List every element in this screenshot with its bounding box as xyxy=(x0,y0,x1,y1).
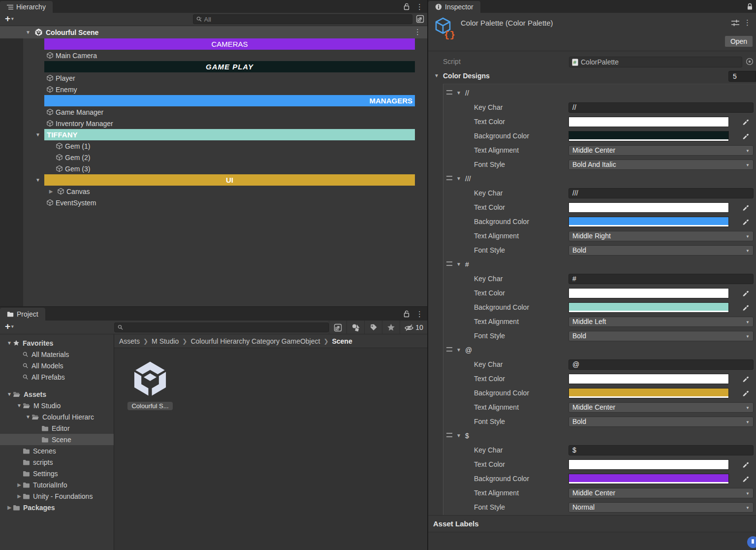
shapes-filter-icon[interactable] xyxy=(346,321,364,334)
foldout-open-icon[interactable]: ▼ xyxy=(34,132,41,137)
lock-open-icon[interactable] xyxy=(404,3,410,10)
design-element-header[interactable]: ▼# xyxy=(443,258,756,272)
kebab-icon[interactable]: ⋮ xyxy=(415,310,424,318)
drag-handle-icon[interactable] xyxy=(446,433,452,437)
breadcrumb-item[interactable]: Assets xyxy=(119,337,140,345)
drag-handle-icon[interactable] xyxy=(446,90,452,95)
foldout-closed-icon[interactable]: ▶ xyxy=(16,482,23,487)
foldout-closed-icon[interactable]: ▶ xyxy=(16,493,23,499)
hierarchy-category-bar[interactable]: ▼UI xyxy=(0,174,427,186)
foldout-open-icon[interactable]: ▼ xyxy=(25,414,32,420)
notification-dot[interactable] xyxy=(747,536,756,548)
tab-inspector[interactable]: Inspector xyxy=(428,1,480,13)
eyedropper-button[interactable] xyxy=(740,474,752,484)
project-tree-item-m-studio[interactable]: ▼M Studio xyxy=(0,400,114,411)
text-color-swatch[interactable] xyxy=(568,374,729,384)
color-designs-header[interactable]: ▼ Color Designs 5 xyxy=(428,70,756,83)
project-tree-item-all-materials[interactable]: All Materials xyxy=(0,349,114,360)
text-alignment-dropdown[interactable]: Middle Center▼ xyxy=(568,488,754,498)
breadcrumb-item[interactable]: Colourful Hierarchy Category GameObject xyxy=(190,337,320,345)
text-color-swatch[interactable] xyxy=(568,288,729,298)
presets-icon[interactable] xyxy=(731,19,739,28)
project-tree-item-assets[interactable]: ▼Assets xyxy=(0,388,114,400)
foldout-open-icon[interactable]: ▼ xyxy=(25,30,32,35)
project-tree-item-tutorialinfo[interactable]: ▶TutorialInfo xyxy=(0,479,114,490)
text-color-swatch[interactable] xyxy=(568,202,729,213)
design-element-header[interactable]: ▼/// xyxy=(443,172,756,186)
lock-open-icon[interactable] xyxy=(404,310,410,318)
font-style-dropdown[interactable]: Bold▼ xyxy=(568,245,754,256)
tag-icon[interactable] xyxy=(364,321,382,334)
kebab-icon[interactable]: ⋮ xyxy=(415,3,424,10)
star-icon[interactable] xyxy=(382,321,400,334)
foldout-open-icon[interactable]: ▼ xyxy=(455,176,462,181)
eyedropper-button[interactable] xyxy=(740,202,752,213)
script-object-field[interactable]: # ColorPalette xyxy=(569,57,742,67)
eyedropper-button[interactable] xyxy=(740,374,752,384)
open-window-icon[interactable] xyxy=(416,15,424,23)
open-window-icon[interactable] xyxy=(329,321,346,334)
background-color-swatch[interactable] xyxy=(568,388,729,398)
foldout-open-icon[interactable]: ▼ xyxy=(455,90,462,96)
key-char-field[interactable]: // xyxy=(568,102,754,113)
eyedropper-button[interactable] xyxy=(740,217,752,227)
foldout-open-icon[interactable]: ▼ xyxy=(433,73,440,78)
hierarchy-item[interactable]: Inventory Manager xyxy=(0,118,427,129)
lock-closed-icon[interactable] xyxy=(747,3,753,10)
hierarchy-search-field[interactable] xyxy=(204,16,409,23)
project-tree-item-all-prefabs[interactable]: All Prefabs xyxy=(0,371,114,383)
array-size-field[interactable]: 5 xyxy=(728,71,756,82)
project-tree-item-favorites[interactable]: ▼Favorites xyxy=(0,337,114,349)
text-color-swatch[interactable] xyxy=(568,117,729,127)
project-tree-item-scene[interactable]: Scene xyxy=(0,434,114,445)
foldout-closed-icon[interactable]: ▶ xyxy=(6,505,13,510)
eyedropper-button[interactable] xyxy=(740,288,752,298)
project-search-field[interactable] xyxy=(126,324,325,331)
hierarchy-category-bar[interactable]: CAMERAS xyxy=(0,38,427,50)
key-char-field[interactable]: /// xyxy=(568,188,754,198)
project-tree-item-editor[interactable]: Editor xyxy=(0,422,114,434)
eyedropper-button[interactable] xyxy=(740,131,752,141)
object-picker-icon[interactable] xyxy=(746,58,754,67)
hierarchy-category-bar[interactable]: MANAGERS xyxy=(0,95,427,106)
tab-project[interactable]: Project xyxy=(0,308,45,321)
text-alignment-dropdown[interactable]: Middle Center▼ xyxy=(568,145,754,156)
project-tree-item-all-models[interactable]: All Models xyxy=(0,360,114,371)
foldout-closed-icon[interactable]: ▶ xyxy=(47,189,55,194)
font-style-dropdown[interactable]: Bold▼ xyxy=(568,331,754,341)
background-color-swatch[interactable] xyxy=(568,302,729,313)
hierarchy-category-bar[interactable]: GAME PLAY xyxy=(0,61,427,72)
project-search-input[interactable] xyxy=(114,323,329,332)
key-char-field[interactable]: @ xyxy=(568,359,754,370)
font-style-dropdown[interactable]: Normal▼ xyxy=(568,502,754,513)
asset-thumbnail-label[interactable]: Colourful S... xyxy=(127,402,172,410)
foldout-open-icon[interactable]: ▼ xyxy=(455,261,462,267)
eyedropper-button[interactable] xyxy=(740,459,752,470)
foldout-open-icon[interactable]: ▼ xyxy=(6,391,13,397)
text-alignment-dropdown[interactable]: Middle Left▼ xyxy=(568,317,754,327)
hierarchy-item[interactable]: Gem (2) xyxy=(0,152,427,163)
drag-handle-icon[interactable] xyxy=(446,261,452,266)
foldout-open-icon[interactable]: ▼ xyxy=(455,433,462,438)
add-asset-button[interactable]: +▾ xyxy=(5,321,14,332)
background-color-swatch[interactable] xyxy=(568,474,729,484)
design-element-header[interactable]: ▼// xyxy=(443,86,756,100)
project-tree-item-scenes[interactable]: Scenes xyxy=(0,445,114,456)
drag-handle-icon[interactable] xyxy=(446,176,452,180)
hierarchy-item[interactable]: Gem (1) xyxy=(0,140,427,152)
scene-header-row[interactable]: ▼ Colourful Scene ⋮ xyxy=(0,26,427,38)
tab-hierarchy[interactable]: Hierarchy xyxy=(0,1,53,13)
key-char-field[interactable]: $ xyxy=(568,445,754,455)
eyedropper-button[interactable] xyxy=(740,388,752,398)
foldout-open-icon[interactable]: ▼ xyxy=(34,177,41,183)
text-color-swatch[interactable] xyxy=(568,459,729,470)
foldout-open-icon[interactable]: ▼ xyxy=(455,347,462,353)
text-alignment-dropdown[interactable]: Middle Center▼ xyxy=(568,402,754,413)
eyedropper-button[interactable] xyxy=(740,302,752,313)
hierarchy-item[interactable]: Main Camera xyxy=(0,50,427,61)
font-style-dropdown[interactable]: Bold▼ xyxy=(568,417,754,427)
project-tree-item-settings[interactable]: Settings xyxy=(0,468,114,479)
asset-thumbnail[interactable]: Colourful S... xyxy=(127,360,173,410)
breadcrumb-item[interactable]: Scene xyxy=(332,337,352,345)
project-tree-item-scripts[interactable]: scripts xyxy=(0,456,114,468)
